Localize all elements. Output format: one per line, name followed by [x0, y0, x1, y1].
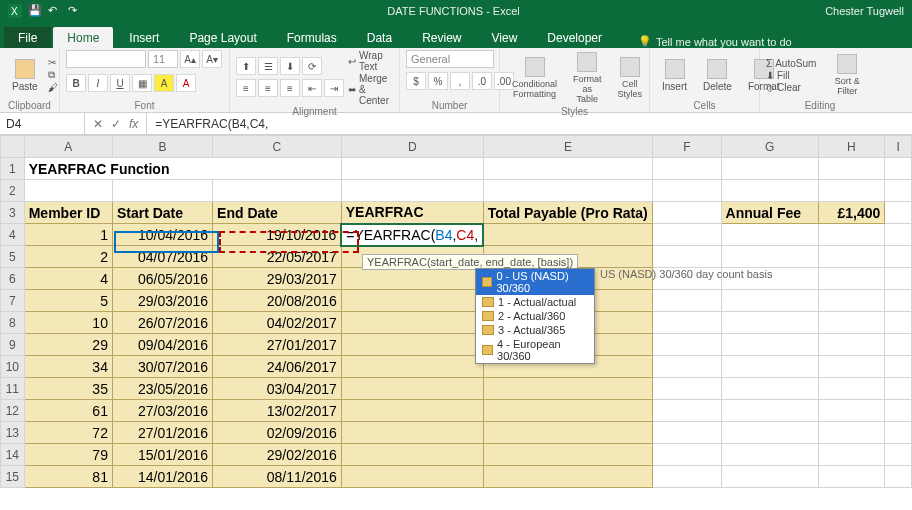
- cell[interactable]: 15/01/2016: [112, 444, 212, 466]
- cell[interactable]: [483, 466, 653, 488]
- cell[interactable]: [341, 422, 483, 444]
- cell[interactable]: [818, 246, 885, 268]
- row-header[interactable]: 2: [1, 180, 25, 202]
- cell[interactable]: 06/05/2016: [112, 268, 212, 290]
- intellisense-item[interactable]: 4 - European 30/360: [476, 337, 594, 363]
- cell[interactable]: [818, 422, 885, 444]
- col-header-C[interactable]: C: [213, 136, 342, 158]
- cell[interactable]: 08/11/2016: [213, 466, 342, 488]
- cell[interactable]: [885, 466, 912, 488]
- cell[interactable]: 34: [24, 356, 112, 378]
- row-header[interactable]: 1: [1, 158, 25, 180]
- row-header[interactable]: 8: [1, 312, 25, 334]
- cell[interactable]: [885, 268, 912, 290]
- cell[interactable]: [885, 312, 912, 334]
- font-color-button[interactable]: A: [176, 74, 196, 92]
- tab-formulas[interactable]: Formulas: [273, 27, 351, 48]
- cell[interactable]: [341, 356, 483, 378]
- cell[interactable]: [721, 400, 818, 422]
- cell[interactable]: 35: [24, 378, 112, 400]
- cell[interactable]: 23/05/2016: [112, 378, 212, 400]
- cell[interactable]: 5: [24, 290, 112, 312]
- insert-cells-button[interactable]: Insert: [656, 57, 693, 94]
- cell[interactable]: [483, 422, 653, 444]
- cell[interactable]: [885, 378, 912, 400]
- cell[interactable]: [721, 246, 818, 268]
- table-header[interactable]: Member ID: [24, 202, 112, 224]
- active-cell[interactable]: =YEARFRAC(B4,C4,: [341, 224, 483, 246]
- cell[interactable]: [341, 334, 483, 356]
- decrease-font-button[interactable]: A▾: [202, 50, 222, 68]
- row-header[interactable]: 14: [1, 444, 25, 466]
- align-middle-button[interactable]: ☰: [258, 57, 278, 75]
- cell[interactable]: [721, 334, 818, 356]
- col-header-E[interactable]: E: [483, 136, 653, 158]
- intellisense-item[interactable]: 3 - Actual/365: [476, 323, 594, 337]
- align-bottom-button[interactable]: ⬇: [280, 57, 300, 75]
- table-header[interactable]: Start Date: [112, 202, 212, 224]
- cell[interactable]: [653, 290, 721, 312]
- annual-fee-value[interactable]: £1,400: [818, 202, 885, 224]
- cell[interactable]: [885, 246, 912, 268]
- enter-formula-button[interactable]: ✓: [111, 117, 121, 131]
- intellisense-item[interactable]: 1 - Actual/actual: [476, 295, 594, 309]
- cell[interactable]: [341, 290, 483, 312]
- cell[interactable]: 24/06/2017: [213, 356, 342, 378]
- row-header[interactable]: 9: [1, 334, 25, 356]
- cell[interactable]: 04/07/2016: [112, 246, 212, 268]
- align-center-button[interactable]: ≡: [258, 79, 278, 97]
- cell[interactable]: [341, 400, 483, 422]
- col-header-H[interactable]: H: [818, 136, 885, 158]
- table-header[interactable]: End Date: [213, 202, 342, 224]
- tab-view[interactable]: View: [478, 27, 532, 48]
- formula-input[interactable]: =YEARFRAC(B4,C4,: [147, 113, 912, 134]
- tab-developer[interactable]: Developer: [533, 27, 616, 48]
- cell[interactable]: [818, 334, 885, 356]
- cell[interactable]: [653, 224, 721, 246]
- cell[interactable]: [885, 224, 912, 246]
- sheet-title[interactable]: YEARFRAC Function: [24, 158, 341, 180]
- cell[interactable]: 19/10/2016: [213, 224, 342, 246]
- cell[interactable]: [818, 224, 885, 246]
- redo-icon[interactable]: ↷: [68, 4, 82, 18]
- cell[interactable]: [653, 202, 721, 224]
- tab-review[interactable]: Review: [408, 27, 475, 48]
- cell[interactable]: 02/09/2016: [213, 422, 342, 444]
- row-header[interactable]: 15: [1, 466, 25, 488]
- cell[interactable]: [341, 268, 483, 290]
- col-header-A[interactable]: A: [24, 136, 112, 158]
- cell[interactable]: [483, 158, 653, 180]
- intellisense-item[interactable]: 2 - Actual/360: [476, 309, 594, 323]
- cell[interactable]: 20/08/2016: [213, 290, 342, 312]
- cell[interactable]: 29/03/2016: [112, 290, 212, 312]
- cell[interactable]: 26/07/2016: [112, 312, 212, 334]
- cell[interactable]: [341, 466, 483, 488]
- row-header[interactable]: 10: [1, 356, 25, 378]
- cell[interactable]: [818, 180, 885, 202]
- cell[interactable]: [483, 224, 653, 246]
- cell[interactable]: 09/04/2016: [112, 334, 212, 356]
- cell[interactable]: 72: [24, 422, 112, 444]
- row-header[interactable]: 4: [1, 224, 25, 246]
- indent-inc-button[interactable]: ⇥: [324, 79, 344, 97]
- cell[interactable]: [721, 290, 818, 312]
- tab-file[interactable]: File: [4, 27, 51, 48]
- cell[interactable]: [341, 378, 483, 400]
- paste-button[interactable]: Paste: [6, 57, 44, 94]
- cell[interactable]: [341, 312, 483, 334]
- wrap-text-button[interactable]: ↩Wrap Text: [348, 50, 393, 72]
- cell[interactable]: 30/07/2016: [112, 356, 212, 378]
- cell[interactable]: [24, 180, 112, 202]
- underline-button[interactable]: U: [110, 74, 130, 92]
- cell[interactable]: 1: [24, 224, 112, 246]
- cell[interactable]: [818, 466, 885, 488]
- cell[interactable]: [721, 444, 818, 466]
- align-right-button[interactable]: ≡: [280, 79, 300, 97]
- cell[interactable]: [721, 158, 818, 180]
- font-size-input[interactable]: [148, 50, 178, 68]
- row-header[interactable]: 6: [1, 268, 25, 290]
- fill-button[interactable]: ⬇Fill: [766, 70, 816, 81]
- cell[interactable]: [483, 400, 653, 422]
- copy-button[interactable]: ⧉: [48, 69, 58, 81]
- cell[interactable]: [653, 422, 721, 444]
